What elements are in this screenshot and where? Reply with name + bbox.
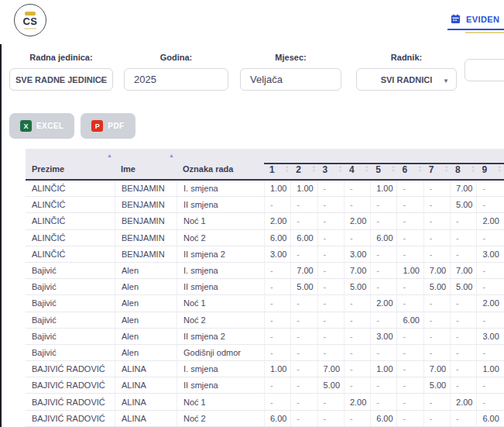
cell-day-4: - [344, 329, 370, 344]
cell-oznaka-rada-value: Noć 1 [183, 216, 206, 226]
cell-day-2-value: 5.00 [297, 282, 313, 291]
column-header-ime[interactable]: Ime ▲ [115, 149, 177, 179]
cell-day-3: - [317, 295, 344, 311]
cell-day-6-value: - [403, 200, 406, 209]
cell-day-3: - [317, 279, 344, 294]
cell-day-5: - [370, 197, 396, 212]
cell-day-2: - [290, 295, 317, 311]
cell-day-6: - [396, 394, 423, 409]
tab-evidencija[interactable]: EVIDEN [451, 14, 499, 24]
cell-day-3-value: - [324, 250, 327, 259]
cell-day-7-value: 7.00 [430, 364, 446, 374]
tab-evidencija-label: EVIDEN [466, 15, 499, 24]
cell-day-6: - [396, 181, 423, 196]
table-row: BAJIVIĆ RADOVIĆALINAI. smjena1.00-7.00-1… [26, 361, 504, 377]
cell-day-5-value: - [376, 315, 379, 325]
cell-day-9-value: - [482, 282, 485, 291]
cell-day-7: - [423, 345, 450, 360]
cell-ime: ALINA [115, 411, 177, 426]
logo-text: CS [22, 16, 37, 26]
cell-day-4: - [344, 295, 370, 311]
cell-day-8-value: - [456, 250, 459, 259]
cell-day-3-value: 5.00 [324, 381, 340, 390]
cell-day-8-value: 5.00 [456, 200, 472, 209]
cell-day-9: - [476, 312, 502, 328]
cell-day-5-value: - [376, 216, 379, 226]
cell-prezime: Bajivić [26, 329, 115, 344]
cell-day-1-value: - [270, 315, 273, 325]
cell-day-5: - [370, 377, 396, 393]
cell-day-8-value: - [456, 233, 459, 243]
cell-oznaka-rada: II smjena [177, 377, 264, 393]
cell-day-5-value: 6.00 [376, 414, 393, 423]
radna-jedinica-label: Radna jedinica: [9, 53, 113, 62]
radnik-select[interactable]: SVI RADNICI ▼ [356, 68, 457, 91]
cell-day-8-value: 5.00 [456, 282, 472, 291]
cell-day-5-value: - [376, 282, 379, 291]
excel-icon: X [20, 120, 32, 132]
cell-day-6: - [396, 295, 423, 311]
cell-ime-value: Alen [122, 315, 139, 325]
cell-day-8-value: - [456, 381, 459, 390]
cell-day-7-value: 5.00 [430, 282, 446, 291]
cell-prezime-value: Bajivić [32, 348, 57, 357]
cell-day-4-value: 2.00 [350, 398, 366, 407]
column-header-oznaka-rada[interactable]: Oznaka rada [177, 149, 264, 179]
table-row: ALINČIĆBENJAMINNoć 12.00--2.00----2.00 [26, 213, 504, 229]
mjesec-input[interactable] [240, 68, 341, 91]
radna-jedinica-select[interactable]: SVE RADNE JEDINICE ▼ [9, 68, 113, 91]
cell-day-4-value: - [350, 233, 353, 243]
cell-ime-value: Alen [122, 332, 139, 341]
pdf-export-button[interactable]: P PDF [81, 113, 135, 139]
cell-day-9-value: 2.00 [482, 298, 499, 308]
cell-day-3-value: - [324, 266, 327, 275]
cell-day-2-value: - [297, 348, 300, 357]
cell-day-6: - [396, 329, 423, 344]
cell-day-3-value: - [324, 298, 327, 308]
cell-day-4-value: - [350, 348, 353, 357]
table-row: BajivićAlenNoć 2-----6.00--- [26, 312, 504, 329]
cell-day-1: 2.00 [264, 213, 290, 229]
cell-oznaka-rada: II smjena 2 [177, 329, 264, 344]
cell-oznaka-rada: II smjena 2 [177, 246, 264, 262]
cell-ime-value: ALINA [122, 398, 146, 407]
cell-day-3-value: - [324, 282, 327, 291]
cell-prezime-value: Bajivić [32, 315, 57, 325]
cell-day-3-value: - [324, 216, 327, 226]
cell-day-1: 1.00 [264, 181, 290, 196]
cell-day-6-value: - [403, 184, 406, 193]
sort-icon: ▲▼ [418, 165, 422, 173]
company-logo[interactable]: CS [14, 4, 46, 36]
cell-day-6-value: - [403, 414, 406, 423]
cell-prezime: BAJIVIĆ RADOVIĆ [26, 377, 115, 393]
cell-day-5: - [370, 263, 396, 278]
cell-day-6-value: - [403, 216, 406, 226]
cell-day-3-value: - [324, 398, 327, 407]
cell-ime: Alen [115, 295, 177, 311]
cell-day-5: 6.00 [370, 230, 396, 246]
column-header-prezime[interactable]: Prezime ▲ [26, 149, 115, 179]
cell-day-3-value: - [324, 332, 327, 341]
cell-day-7-value: - [430, 200, 433, 209]
cell-day-7-value: 5.00 [430, 381, 446, 390]
extra-input[interactable] [465, 59, 504, 81]
cell-day-8: 2.00 [450, 394, 476, 409]
cell-day-2: - [290, 411, 317, 426]
cell-day-2-value: 1.00 [297, 184, 313, 193]
mjesec-label: Mjesec: [240, 53, 341, 62]
day-header-label: 9 [482, 164, 487, 175]
cell-oznaka-rada: Noć 1 [177, 394, 264, 409]
cell-day-3: - [317, 411, 344, 426]
godina-input[interactable] [124, 68, 228, 91]
cell-day-7: 5.00 [423, 377, 450, 393]
cell-oznaka-rada-value: II smjena 2 [183, 250, 225, 259]
cell-day-9: - [476, 197, 502, 212]
cell-day-7-value: - [430, 332, 433, 341]
cell-day-9-value: - [482, 398, 485, 407]
table-row: BAJIVIĆ RADOVIĆALINAII smjena--5.00---5.… [26, 377, 504, 394]
cell-prezime: BAJIVIĆ RADOVIĆ [26, 411, 115, 426]
cell-day-2: - [290, 377, 317, 393]
cell-day-7: - [423, 411, 450, 426]
excel-export-button[interactable]: X EXCEL [9, 113, 74, 139]
cell-day-2-value: - [297, 250, 300, 259]
